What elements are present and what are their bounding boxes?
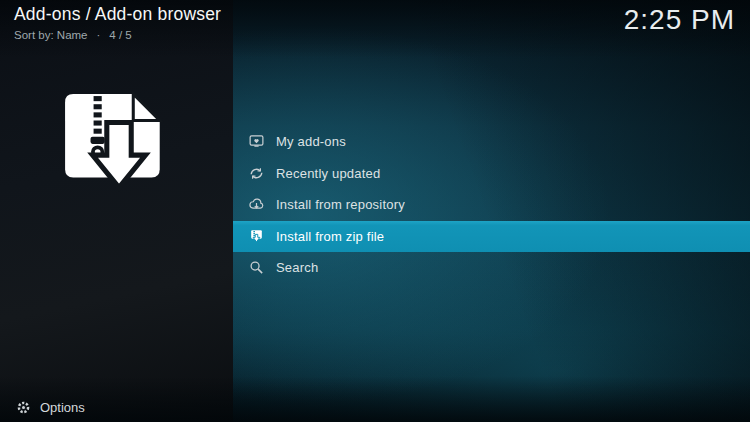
menu-item-label: Search [276,260,318,275]
menu-item-my-addons[interactable]: My add-ons [233,126,750,158]
sort-by-label: Sort by: Name [14,29,88,41]
my-addons-icon [248,133,265,150]
menu-item-recently-updated[interactable]: Recently updated [233,158,750,190]
zip-file-icon [62,92,174,208]
install-from-repository-icon [248,196,265,213]
options-button[interactable]: Options [16,400,85,415]
page-title: Add-ons / Add-on browser [14,4,221,25]
left-pane [0,0,233,422]
sort-status: Sort by: Name · 4 / 5 [14,29,221,41]
search-icon [248,259,265,276]
install-from-zip-icon [248,228,265,245]
recently-updated-icon [248,165,265,182]
header: Add-ons / Add-on browser Sort by: Name ·… [14,4,221,41]
gear-icon [16,400,31,415]
dot-separator: · [97,29,101,41]
kodi-addon-browser-screen: Add-ons / Add-on browser Sort by: Name ·… [0,0,750,422]
menu-item-label: Recently updated [276,166,380,181]
menu-item-search[interactable]: Search [233,252,750,284]
menu-item-install-from-repository[interactable]: Install from repository [233,189,750,221]
footer: Options [0,390,750,422]
menu-item-install-from-zip[interactable]: Install from zip file [233,221,750,253]
menu-item-label: Install from repository [276,197,405,212]
options-label: Options [40,400,85,415]
menu-item-label: My add-ons [276,134,346,149]
clock: 2:25 PM [624,4,735,36]
addon-browser-menu: My add-ons Recently updated Install [233,126,750,284]
item-position: 4 / 5 [109,29,131,41]
menu-item-label: Install from zip file [276,229,384,244]
